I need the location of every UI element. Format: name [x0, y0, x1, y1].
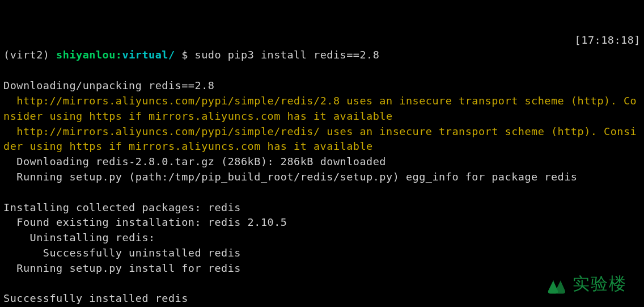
prompt-dollar: $	[181, 49, 194, 61]
venv-name: (virt2)	[3, 49, 56, 61]
output-line	[3, 186, 30, 198]
output-line: Successfully uninstalled redis	[3, 247, 241, 259]
prompt-sep: :	[116, 49, 122, 61]
warning-line: http://mirrors.aliyuncs.com/pypi/simple/…	[3, 95, 637, 122]
output-line	[3, 277, 30, 289]
command-input: sudo pip3 install redis==2.8	[195, 49, 380, 61]
prompt-line-1: (virt2) shiyanlou:virtual/ $ sudo pip3 i…	[3, 33, 641, 64]
output-line: Running setup.py install for redis	[3, 262, 241, 274]
output-line: Successfully installed redis	[3, 292, 188, 304]
output-line: Installing collected packages: redis	[3, 201, 241, 213]
timestamp-1: [17:18:18]	[575, 33, 641, 48]
output-line: Found existing installation: redis 2.10.…	[3, 216, 287, 228]
output-line: Running setup.py (path:/tmp/pip_build_ro…	[3, 171, 578, 183]
output-line: Uninstalling redis:	[3, 232, 155, 243]
output-line: Downloading redis-2.8.0.tar.gz (286kB): …	[3, 155, 386, 167]
output-line: Downloading/unpacking redis==2.8	[3, 79, 214, 91]
username: shiyanlou	[56, 49, 116, 61]
warning-line: http://mirrors.aliyuncs.com/pypi/simple/…	[3, 125, 637, 153]
cwd-path: virtual/	[122, 49, 182, 61]
terminal-output[interactable]: (virt2) shiyanlou:virtual/ $ sudo pip3 i…	[3, 2, 641, 307]
